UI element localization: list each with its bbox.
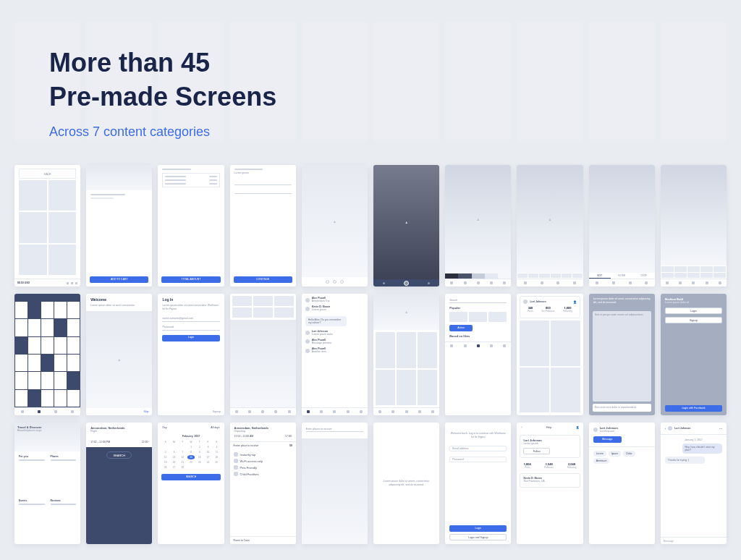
add-to-cart-button[interactable]: ADD TO CART [90,276,148,283]
password-input[interactable]: Password [449,457,507,462]
total-button[interactable]: TOTAL AMOUNT [161,276,220,283]
based-heading: Based on likes [449,334,507,338]
mountain-icon: ▲ [405,310,408,314]
thumbnail-grid-screen [230,294,296,415]
switch-camera-icon[interactable] [428,282,430,284]
date-divider: January 1, 2017 [665,438,722,442]
follow-button[interactable]: Follow [523,448,550,454]
tag-chip[interactable]: Ipsum [609,451,622,457]
search-input[interactable]: Enter places to receive [306,426,363,432]
filter-tabs[interactable]: EDIT FILTER CROP [589,273,655,279]
time-from: 17:02 - 12:00 PM [90,441,110,444]
month-label: February, 2017 [161,435,220,438]
email-input[interactable]: Email address [449,446,507,451]
mountain-icon: ▲ [476,217,480,221]
login-button[interactable]: Login [449,525,507,532]
filter-option[interactable]: Pets Friendly [234,465,292,470]
profile-block: Lori Johnson Lorem ipsum Follow [520,435,580,458]
camera-screen: ▲ [373,165,439,287]
calendar-grid[interactable]: SMTWTFS 1234 567891011 12131415161718 19… [161,440,220,470]
chat-item[interactable]: Alex PowellAnother item [305,347,364,354]
photo-editor-swatch-screen: ▲ [445,165,511,287]
chat-item[interactable]: Alex PowellMessage preview [305,339,364,345]
signup-option[interactable]: Signup [665,317,722,323]
gallery-dot[interactable] [333,280,336,284]
control-icon[interactable] [75,282,77,284]
row-1: SALE $8.50 USD ADD TO CART TOTAL AMOUNT [14,165,727,287]
signup-link[interactable]: Signup [158,408,224,415]
discover-categories-screen: Travel & Discover Beautiful places to go… [14,423,80,544]
room-option[interactable]: Room to Cami [230,536,296,544]
filter-row[interactable]: Entire place to receive59 [230,441,296,449]
tag-chip[interactable]: Lorem [593,451,606,457]
calendar-grid-screen [14,294,80,415]
search-button[interactable]: SEARCH [106,451,132,459]
profile-message-screen: Lori JohnsonLorem ipsum Message Lorem Ip… [589,423,655,544]
title-line-1: More than 45 [49,48,210,77]
control-icon[interactable] [67,282,69,284]
profile-card: Lori Johnson👤 348Posts 800Set Professor … [520,296,580,318]
category-reviews[interactable]: Reviews [51,499,77,540]
mountain-icon: ▲ [333,219,336,224]
time-to: 22:00 [142,441,148,444]
filters-screen: Amsterdam, Netherlands Departing 17:02 -… [230,423,296,544]
stats-row: 348Posts 800Set Professor 1,800Following [523,304,576,315]
suggested-user[interactable]: Kevin D. Moore San Francisco, CA [520,473,580,487]
more-icon[interactable]: ⋯ [719,427,722,430]
filter-option[interactable]: Instantly top [234,452,292,457]
all-days-label[interactable]: All days [211,426,219,429]
header-block: More than 45 Pre-made Screens Across 7 c… [49,46,276,140]
continue-button[interactable]: CONTINUE [234,276,292,283]
category-events[interactable]: Events [19,499,45,540]
filter-option[interactable]: Child Facilities [234,472,292,476]
month-grid[interactable] [14,301,80,407]
control-icon[interactable] [71,282,73,284]
shutter-button[interactable] [404,281,409,286]
section-lead: Sed ut persps unde omnis vol adipisantiu… [595,313,649,317]
chat-conversation-screen: ‹ Lori Johnson ⋯ January 1, 2017 Hey, ho… [661,423,727,544]
color-swatches[interactable] [445,273,511,279]
action-button[interactable]: Action [449,325,473,331]
category-places[interactable]: Places [51,455,77,496]
gallery-dot[interactable] [340,280,344,284]
login-signup-button[interactable]: Login and Signup [449,534,507,540]
calendar-picker-screen: DayAll days February, 2017 SMTWTFS 1234 … [158,423,224,544]
profile-follow-screen: ‹Help👤 Lori Johnson Lorem ipsum Follow 1… [517,423,583,544]
category-for-you[interactable]: For you [19,455,45,496]
login-facebook-button[interactable]: Login with Facebook [665,405,722,412]
back-icon[interactable]: ‹ [665,427,666,430]
profile-stats-screen: Lori Johnson👤 348Posts 800Set Professor … [517,294,583,415]
help-link[interactable]: Help [546,426,551,429]
bottom-toolbar [445,279,511,287]
user-icon[interactable]: 👤 [573,300,577,304]
sale-badge: SALE [19,169,76,179]
email-input[interactable]: name.surname@gmail.com [162,316,219,322]
flash-icon[interactable] [383,282,385,284]
camera-toolbar [373,279,439,287]
login-option[interactable]: Login [665,307,722,314]
stats-row: 1,804Posts 1,548Followers 2,048Following [517,460,583,471]
message-button[interactable]: Message [593,436,622,443]
tag-chip[interactable]: Ametsum [593,458,610,464]
welcome-subtitle: Lorem ipsum dolor sit amet consectetur [90,304,148,307]
chat-item[interactable]: Alex PowellAmsterdam Trip [305,297,364,303]
message-input[interactable]: Message [661,537,727,544]
gallery-dot[interactable] [326,280,329,284]
auth-options-screen: Medium Bold Lorem ipsum dolor sit Login … [661,294,727,415]
tag-chip[interactable]: Dolor [623,451,635,457]
ecommerce-sale-screen: SALE $8.50 USD [14,165,80,287]
filter-option[interactable]: Wi-Fi access only [234,459,292,463]
password-input[interactable]: Password [162,325,219,331]
user-icon[interactable]: 👤 [576,426,579,429]
screen-grid: SALE $8.50 USD ADD TO CART TOTAL AMOUNT [0,165,741,544]
search-cal-button[interactable]: SEARCH [161,474,220,480]
editor-tools-screen: ▲ [517,165,583,287]
skip-link[interactable]: Skip [86,408,152,415]
search-input[interactable]: Search [449,297,507,303]
chat-item[interactable]: Lori JohnsonLorem ipsum dolor [305,330,364,336]
login-button[interactable]: Login [162,335,219,341]
back-icon[interactable]: ‹ [521,426,522,429]
onboarding-text-screen: Enter places to receive [302,423,368,544]
chat-item[interactable]: Kevin D. MooreLorem ipsum [305,305,364,312]
inline-message: Hello Alex. Do you remember my advice? [305,316,347,326]
